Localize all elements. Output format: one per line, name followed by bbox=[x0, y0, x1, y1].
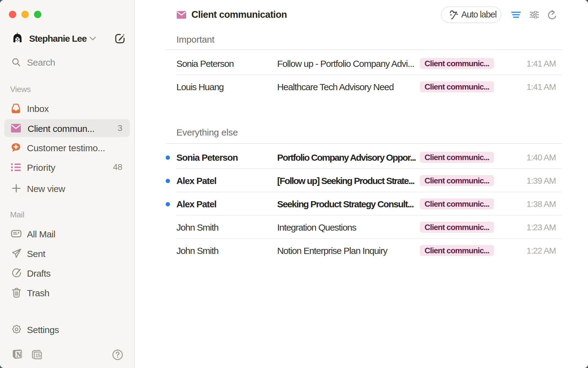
svg-text:15: 15 bbox=[36, 353, 41, 358]
